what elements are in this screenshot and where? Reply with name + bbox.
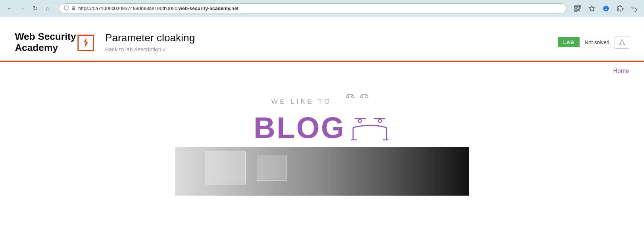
browser-toolbar: 1 bbox=[572, 3, 640, 14]
shield-icon bbox=[64, 5, 69, 12]
svg-rect-9 bbox=[578, 10, 579, 11]
logo-line1: Web Security bbox=[15, 31, 76, 42]
address-text: https://0a71000c0309374880be3ae100fb005c… bbox=[78, 6, 562, 11]
svg-marker-14 bbox=[84, 38, 88, 48]
blog-figure-icon bbox=[349, 112, 390, 144]
flask-button[interactable] bbox=[615, 36, 629, 49]
svg-rect-5 bbox=[579, 6, 580, 7]
back-to-lab-link[interactable]: Back to lab description » bbox=[105, 46, 195, 52]
svg-rect-8 bbox=[580, 9, 580, 10]
svg-text:1: 1 bbox=[605, 7, 607, 10]
svg-rect-0 bbox=[72, 8, 75, 10]
forward-button[interactable]: → bbox=[17, 3, 28, 14]
not-solved-button[interactable]: Not solved bbox=[580, 37, 615, 48]
back-link-text: Back to lab description bbox=[105, 46, 161, 52]
main-content: Home WE LIKE TO BLOG bbox=[0, 62, 644, 225]
hero-section: WE LIKE TO BLOG bbox=[0, 80, 644, 203]
logo-line2: Academy bbox=[15, 42, 58, 53]
svg-rect-4 bbox=[575, 6, 577, 7]
logo-text: Web Security Academy bbox=[15, 31, 76, 54]
logo-icon-box bbox=[77, 35, 94, 51]
undo-icon[interactable] bbox=[629, 3, 640, 14]
we-like-to-text: WE LIKE TO bbox=[271, 98, 331, 106]
home-nav-link[interactable]: Home bbox=[613, 68, 629, 74]
svg-point-25 bbox=[378, 119, 381, 122]
lab-title-section: Parameter cloaking Back to lab descripti… bbox=[105, 32, 195, 52]
extensions-icon[interactable] bbox=[615, 3, 625, 14]
site-nav: Home bbox=[0, 62, 644, 80]
blog-photo bbox=[175, 147, 469, 196]
lightning-icon bbox=[80, 38, 91, 48]
browser-chrome: ← → ↻ ⌂ https://0a71000c0309374880be3ae1… bbox=[0, 0, 644, 17]
extension-badge-icon[interactable]: 1 bbox=[601, 3, 611, 14]
reload-button[interactable]: ↻ bbox=[30, 3, 40, 14]
svg-point-21 bbox=[366, 96, 368, 98]
logo: Web Security Academy bbox=[15, 31, 94, 54]
figure-icon bbox=[339, 91, 373, 112]
flask-icon bbox=[619, 39, 625, 46]
hero-text-row: WE LIKE TO bbox=[271, 91, 372, 112]
lab-header: Web Security Academy Parameter cloaking … bbox=[0, 17, 644, 62]
svg-rect-7 bbox=[578, 9, 579, 10]
blog-text: BLOG bbox=[254, 113, 346, 143]
blog-row: BLOG bbox=[254, 112, 390, 144]
svg-marker-11 bbox=[589, 6, 595, 11]
lab-title: Parameter cloaking bbox=[105, 32, 195, 44]
lab-header-left: Web Security Academy Parameter cloaking … bbox=[15, 31, 195, 54]
svg-point-24 bbox=[358, 119, 361, 122]
lab-badge: LAB bbox=[558, 37, 580, 47]
nav-buttons: ← → ↻ ⌂ bbox=[4, 3, 53, 14]
svg-point-17 bbox=[346, 96, 349, 98]
lock-icon bbox=[71, 6, 76, 12]
home-button[interactable]: ⌂ bbox=[42, 3, 53, 14]
star-icon[interactable] bbox=[587, 3, 597, 14]
qr-code-icon[interactable] bbox=[572, 3, 583, 14]
svg-rect-6 bbox=[575, 9, 577, 11]
lab-status-area: LAB Not solved bbox=[558, 36, 629, 49]
svg-rect-10 bbox=[580, 10, 580, 11]
back-chevrons: » bbox=[163, 46, 165, 52]
svg-point-20 bbox=[361, 96, 363, 98]
address-bar[interactable]: https://0a71000c0309374880be3ae100fb005c… bbox=[59, 3, 567, 13]
back-button[interactable]: ← bbox=[4, 3, 15, 14]
svg-point-18 bbox=[352, 96, 354, 98]
